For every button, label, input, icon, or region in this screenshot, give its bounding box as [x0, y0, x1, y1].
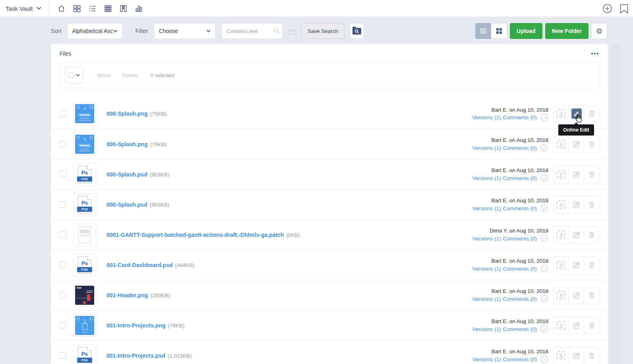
file-name-link[interactable]: 000-Splash.psd: [106, 201, 147, 208]
select-all-checkbox[interactable]: [68, 72, 74, 78]
delete-button[interactable]: [584, 347, 599, 364]
online-edit-button[interactable]: [569, 347, 584, 364]
row-checkbox[interactable]: [60, 141, 66, 147]
row-checkbox[interactable]: [60, 352, 66, 359]
download-button[interactable]: [554, 136, 569, 153]
online-edit-button[interactable]: [569, 227, 584, 243]
move-button[interactable]: Move: [97, 72, 110, 78]
online-edit-button[interactable]: [569, 166, 584, 183]
row-checkbox[interactable]: [60, 171, 66, 178]
file-thumbnail[interactable]: freelcamp Group EffortsMade Effortless P…: [73, 133, 96, 156]
comments-link[interactable]: Comments (0): [503, 144, 537, 152]
file-name-link[interactable]: 001-Intro-Projects.psd: [106, 352, 165, 359]
versions-link[interactable]: Versions (1): [472, 325, 501, 333]
filter-select[interactable]: Choose: [154, 23, 216, 39]
versions-link[interactable]: Versions (1): [472, 235, 501, 242]
delete-button[interactable]: [584, 257, 599, 273]
file-name-link[interactable]: 001-Intro-Projects.png: [106, 322, 166, 329]
grid-3x3-icon[interactable]: [103, 4, 112, 13]
versions-link[interactable]: Versions (1): [472, 174, 501, 182]
upload-button[interactable]: Upload: [510, 23, 542, 39]
sort-select[interactable]: Alphabetical Asc: [67, 23, 123, 39]
plus-circle-icon[interactable]: [602, 4, 612, 14]
file-name-link[interactable]: 001-Card-Dashboard.psd: [106, 262, 172, 268]
comments-link[interactable]: Comments (0): [503, 356, 537, 363]
delete-button[interactable]: [584, 105, 599, 122]
comments-link[interactable]: Comments (0): [503, 265, 537, 273]
download-button[interactable]: [554, 347, 569, 364]
file-name-link[interactable]: 000-Splash.psd: [106, 171, 147, 178]
new-folder-button[interactable]: New Folder: [545, 23, 588, 39]
home-icon[interactable]: [56, 4, 66, 13]
comments-link[interactable]: Comments (0): [503, 114, 537, 121]
online-edit-button[interactable]: [569, 136, 584, 153]
comments-link[interactable]: Comments (0): [503, 174, 537, 182]
comments-link[interactable]: Comments (0): [503, 205, 537, 212]
grid-2x2-icon[interactable]: [72, 4, 81, 13]
file-name-link[interactable]: 0001-GANTT-Support-batched-gantt-actions…: [106, 232, 284, 238]
download-button[interactable]: [554, 166, 569, 183]
download-button[interactable]: [554, 257, 569, 273]
file-name-link[interactable]: 000-Splash.png: [106, 110, 147, 117]
row-checkbox[interactable]: [60, 201, 66, 208]
versions-link[interactable]: Versions (1): [472, 356, 501, 363]
versions-link[interactable]: Versions (1): [472, 205, 501, 212]
file-thumbnail[interactable]: freelcamp Group EffortsMade Effortless P…: [73, 102, 96, 125]
save-search-button[interactable]: Save Search: [301, 23, 345, 39]
file-name-link[interactable]: 000-Splash.png: [106, 141, 147, 147]
file-thumbnail[interactable]: freelcamp Group EffortsMade Effortless P…: [73, 314, 96, 337]
download-button[interactable]: [554, 287, 569, 304]
columns-icon[interactable]: [118, 4, 128, 13]
versions-link[interactable]: Versions (1): [472, 295, 501, 303]
delete-button[interactable]: [584, 196, 599, 213]
delete-button[interactable]: [584, 227, 599, 243]
versions-link[interactable]: Versions (1): [472, 114, 501, 121]
row-checkbox[interactable]: [60, 261, 66, 268]
delete-button[interactable]: [584, 136, 599, 153]
approved-check-icon: [540, 204, 548, 212]
file-thumbnail[interactable]: freelcamp Group EffortsMade Effortless P…: [73, 344, 96, 364]
workspace-switcher[interactable]: Task Vault: [0, 0, 50, 17]
bookmark-icon[interactable]: [619, 3, 629, 14]
comments-link[interactable]: Comments (0): [503, 325, 537, 333]
download-button[interactable]: [554, 196, 569, 213]
file-meta: Bart E. on Aug 10, 2018 Versions (1) Com…: [472, 136, 548, 152]
scrollbar-track[interactable]: [610, 44, 620, 364]
file-thumbnail[interactable]: freelcamp Group EffortsMade Effortless P…: [73, 163, 96, 186]
online-edit-button[interactable]: [569, 317, 584, 334]
row-checkbox[interactable]: [60, 110, 66, 117]
comments-link[interactable]: Comments (0): [503, 295, 537, 303]
delete-button[interactable]: Delete: [122, 72, 138, 78]
list-view-toggle[interactable]: [475, 23, 491, 39]
comments-link[interactable]: Comments (0): [503, 235, 537, 242]
list-icon[interactable]: [87, 4, 97, 13]
online-edit-button[interactable]: [569, 196, 584, 213]
online-edit-button[interactable]: [569, 257, 584, 273]
delete-button[interactable]: [584, 317, 599, 334]
row-checkbox[interactable]: [60, 322, 66, 329]
download-icon: [557, 291, 565, 300]
row-checkbox[interactable]: [60, 292, 66, 298]
settings-button[interactable]: ⚙: [591, 23, 607, 39]
file-thumbnail[interactable]: freelcamp Group EffortsMade Effortless P…: [73, 193, 96, 216]
file-name-link[interactable]: 001-Header.png: [106, 292, 148, 298]
select-all-dropdown[interactable]: [65, 67, 83, 83]
file-thumbnail[interactable]: freelcamp Group EffortsMade Effortless P…: [73, 254, 96, 277]
download-icon: [557, 351, 565, 360]
download-button[interactable]: [554, 105, 569, 122]
file-thumbnail[interactable]: freelcamp Group EffortsMade Effortless P…: [73, 223, 96, 246]
online-edit-button[interactable]: [569, 287, 584, 304]
download-button[interactable]: [554, 317, 569, 334]
download-button[interactable]: [554, 227, 569, 243]
file-thumbnail[interactable]: freelcamp Group EffortsMade Effortless P…: [73, 284, 96, 307]
search-in-folder-button[interactable]: [350, 23, 364, 39]
file-author-date: Bart E. on Aug 10, 2018: [472, 257, 548, 265]
versions-link[interactable]: Versions (1): [472, 265, 501, 273]
delete-button[interactable]: [584, 287, 599, 304]
row-checkbox[interactable]: [60, 231, 66, 238]
versions-link[interactable]: Versions (1): [472, 144, 501, 152]
panel-menu-icon[interactable]: [590, 51, 599, 56]
delete-button[interactable]: [584, 166, 599, 183]
grid-view-toggle[interactable]: [491, 23, 507, 39]
bar-chart-icon[interactable]: [134, 4, 143, 13]
